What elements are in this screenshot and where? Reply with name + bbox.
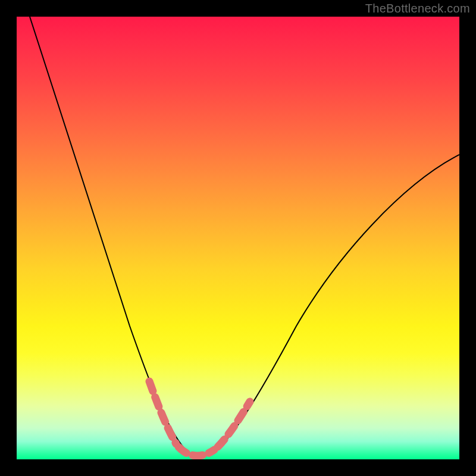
plot-area (17, 17, 459, 459)
chart-container: TheBottleneck.com (0, 0, 476, 476)
bottleneck-curve (30, 17, 459, 457)
highlight-bottom (178, 447, 214, 456)
highlight-left (149, 381, 176, 444)
highlight-right (218, 402, 250, 447)
watermark-text: TheBottleneck.com (365, 2, 470, 15)
curve-layer (17, 17, 459, 459)
